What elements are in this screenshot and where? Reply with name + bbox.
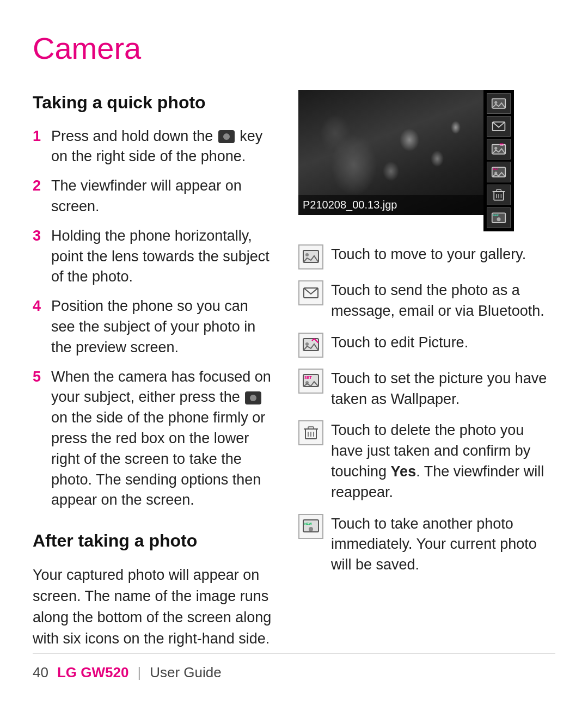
svg-text:SET: SET xyxy=(500,144,505,146)
after-photo-heading: After taking a photo xyxy=(33,528,272,553)
new-photo-icon-row: NEW Touch to take another photo immediat… xyxy=(298,514,555,575)
wallpaper-icon-box: SET xyxy=(298,369,323,394)
footer-guide: User Guide xyxy=(150,663,222,683)
svg-point-20 xyxy=(305,253,309,256)
delete-desc: Touch to delete the photo you have just … xyxy=(331,420,555,502)
right-column: P210208_00.13.jgp xyxy=(298,90,555,586)
step-5: 5 When the camera has focused on your su… xyxy=(33,367,272,511)
edit-cam-btn[interactable]: SET xyxy=(487,139,511,160)
after-photo-body: Your captured photo will appear on scree… xyxy=(33,565,272,650)
page-number: 40 xyxy=(33,663,48,683)
gallery-cam-btn[interactable] xyxy=(487,93,511,114)
send-cam-btn[interactable] xyxy=(487,116,511,137)
gallery-icon-box xyxy=(298,244,323,269)
edit-desc: Touch to edit Picture. xyxy=(331,333,555,353)
svg-point-37 xyxy=(309,527,313,531)
svg-text:NEW: NEW xyxy=(493,214,499,217)
svg-point-4 xyxy=(494,147,497,150)
step-4-num: 4 xyxy=(33,296,46,358)
footer: 40 LG GW520 | User Guide xyxy=(33,653,555,683)
step-3-text: Holding the phone horizontally, point th… xyxy=(51,226,272,287)
step-4: 4 Position the phone so you can see the … xyxy=(33,296,272,358)
new-photo-icon-box: NEW xyxy=(298,514,323,539)
svg-point-18 xyxy=(497,217,501,221)
svg-rect-31 xyxy=(308,427,314,429)
step-1-text: Press and hold down the key on the right… xyxy=(51,126,272,168)
step-2-text: The viewfinder will appear on screen. xyxy=(51,176,272,217)
step-2: 2 The viewfinder will appear on screen. xyxy=(33,176,272,217)
step-3-num: 3 xyxy=(33,226,46,287)
svg-text:SET: SET xyxy=(304,376,312,379)
edit-icon-row: Touch to edit Picture. xyxy=(298,333,555,358)
svg-rect-12 xyxy=(497,190,501,192)
send-icon-box xyxy=(298,280,323,305)
delete-cam-btn[interactable] xyxy=(487,185,511,205)
step-3: 3 Holding the phone horizontally, point … xyxy=(33,226,272,287)
svg-text:NEW: NEW xyxy=(304,522,312,525)
quick-photo-heading: Taking a quick photo xyxy=(33,90,272,115)
step-5-num: 5 xyxy=(33,367,46,511)
step-1: 1 Press and hold down the key on the rig… xyxy=(33,126,272,168)
steps-list: 1 Press and hold down the key on the rig… xyxy=(33,126,272,511)
edit-icon-box xyxy=(298,333,323,358)
step-2-num: 2 xyxy=(33,176,46,217)
delete-icon-row: Touch to delete the photo you have just … xyxy=(298,420,555,502)
step-5-text: When the camera has focused on your subj… xyxy=(51,367,272,511)
send-icon-row: Touch to send the photo as a message, em… xyxy=(298,280,555,322)
page-title: Camera xyxy=(33,26,555,70)
camera-ui: P210208_00.13.jgp xyxy=(298,90,555,231)
footer-brand: LG GW520 xyxy=(57,663,128,683)
delete-icon-box xyxy=(298,420,323,445)
camera-preview: P210208_00.13.jgp xyxy=(298,90,483,215)
gallery-icon-row: Touch to move to your gallery. xyxy=(298,244,555,269)
gallery-desc: Touch to move to your gallery. xyxy=(331,244,555,265)
camera-key-icon-2 xyxy=(245,391,261,404)
new-photo-cam-btn[interactable]: NEW xyxy=(487,207,511,228)
wallpaper-icon-row: SET Touch to set the picture you have ta… xyxy=(298,369,555,410)
svg-point-23 xyxy=(305,342,309,346)
wallpaper-cam-btn[interactable]: SET xyxy=(487,162,511,182)
camera-key-icon xyxy=(218,130,235,143)
svg-text:SET: SET xyxy=(493,167,499,170)
step-1-num: 1 xyxy=(33,126,46,168)
camera-sidebar: SET SET xyxy=(483,90,514,231)
wallpaper-desc: Touch to set the picture you have taken … xyxy=(331,369,555,410)
camera-filename: P210208_00.13.jgp xyxy=(298,195,483,215)
left-column: Taking a quick photo 1 Press and hold do… xyxy=(33,90,272,663)
footer-divider: | xyxy=(137,663,141,683)
send-desc: Touch to send the photo as a message, em… xyxy=(331,280,555,322)
step-4-text: Position the phone so you can see the su… xyxy=(51,296,272,358)
svg-point-1 xyxy=(494,101,497,104)
new-photo-desc: Touch to take another photo immediately.… xyxy=(331,514,555,575)
